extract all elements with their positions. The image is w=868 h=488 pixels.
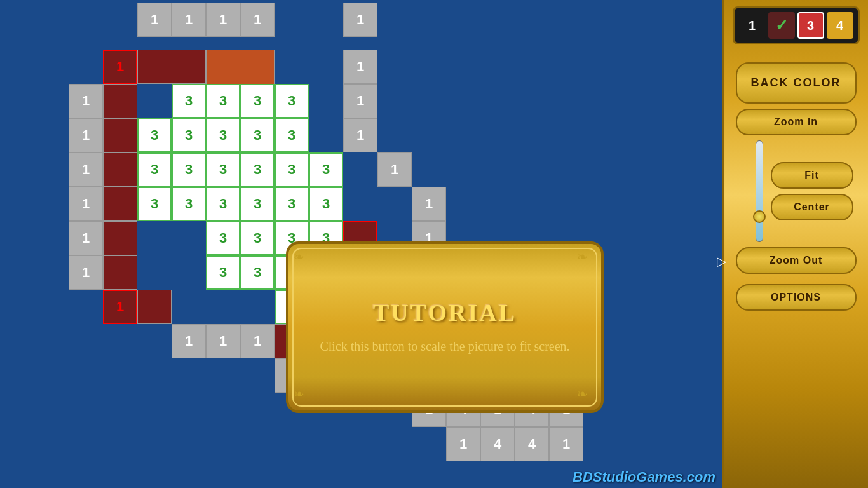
cell-r3-w1[interactable]: 3 xyxy=(137,118,172,152)
cell-r9-3[interactable]: 1 xyxy=(240,324,275,358)
cell-r7-g1[interactable]: 1 xyxy=(69,255,103,290)
cell-r1-1[interactable]: 1 xyxy=(103,50,137,84)
cell-top-5[interactable]: 1 xyxy=(343,3,377,37)
cell-r5-g2[interactable]: 1 xyxy=(412,187,446,221)
cell-r2-w4[interactable]: 3 xyxy=(275,84,309,118)
cell-r3-w3[interactable]: 3 xyxy=(206,118,240,152)
cell-r7-w1[interactable]: 3 xyxy=(206,255,240,290)
fit-button[interactable]: Fit xyxy=(771,162,853,189)
color-option-check[interactable]: ✓ xyxy=(768,12,795,39)
cell-r2-dark1 xyxy=(103,84,137,118)
cell-r4-dark1 xyxy=(103,152,137,187)
cell-r8-dark1 xyxy=(137,290,172,324)
cell-r6-dark1 xyxy=(103,221,137,255)
corner-decoration-tr: ❧ xyxy=(577,249,596,268)
cell-r4-w3[interactable]: 3 xyxy=(206,152,240,187)
cell-r6-w1[interactable]: 3 xyxy=(206,221,240,255)
cell-bot2-1[interactable]: 1 xyxy=(446,427,480,461)
cell-r1-dark1 xyxy=(137,50,206,84)
cell-r2-w2[interactable]: 3 xyxy=(206,84,240,118)
cell-r5-w2[interactable]: 3 xyxy=(172,187,206,221)
cell-top-4[interactable]: 1 xyxy=(240,3,275,37)
cell-r5-w3[interactable]: 3 xyxy=(206,187,240,221)
zoom-in-button[interactable]: Zoom In xyxy=(736,109,857,135)
corner-decoration-bl: ❧ xyxy=(294,386,313,405)
cell-r3-g1[interactable]: 1 xyxy=(69,118,103,152)
cell-r4-g2[interactable]: 1 xyxy=(377,152,412,187)
cell-r7-dark1 xyxy=(103,255,137,290)
cell-r5-w5[interactable]: 3 xyxy=(275,187,309,221)
cell-r1-g1[interactable]: 1 xyxy=(343,50,377,84)
color-option-4[interactable]: 4 xyxy=(827,12,853,39)
sidebar: 1 ✓ 3 4 BACK COLOR Zoom In ▷ Fit Center … xyxy=(722,0,868,488)
cell-r5-g1[interactable]: 1 xyxy=(69,187,103,221)
cell-r4-w1[interactable]: 3 xyxy=(137,152,172,187)
cell-r4-w4[interactable]: 3 xyxy=(240,152,275,187)
cell-r4-w6[interactable]: 3 xyxy=(309,152,343,187)
cell-r2-g1[interactable]: 1 xyxy=(69,84,103,118)
corner-decoration-br: ❧ xyxy=(577,386,596,405)
cell-r5-w6[interactable]: 3 xyxy=(309,187,343,221)
watermark: BDStudioGames.com xyxy=(573,469,715,485)
cell-r4-w2[interactable]: 3 xyxy=(172,152,206,187)
cell-top-3[interactable]: 1 xyxy=(206,3,240,37)
tutorial-popup: ❧ ❧ ❧ ❧ TUTORIAL Click this button to sc… xyxy=(286,241,604,413)
center-button[interactable]: Center xyxy=(771,194,853,220)
back-color-button[interactable]: BACK COLOR xyxy=(736,62,857,104)
cell-r3-dark1 xyxy=(103,118,137,152)
cell-r9-2[interactable]: 1 xyxy=(206,324,240,358)
cell-r6-w2[interactable]: 3 xyxy=(240,221,275,255)
cell-r2-w1[interactable]: 3 xyxy=(172,84,206,118)
corner-decoration-tl: ❧ xyxy=(294,249,313,268)
color-option-1[interactable]: 1 xyxy=(739,12,766,39)
cell-r5-w1[interactable]: 3 xyxy=(137,187,172,221)
cell-r8-red[interactable]: 1 xyxy=(103,290,137,324)
cell-r4-w5[interactable]: 3 xyxy=(275,152,309,187)
zoom-arrow: ▷ xyxy=(717,254,726,269)
cell-top-2[interactable]: 1 xyxy=(172,3,206,37)
cell-r6-g1[interactable]: 1 xyxy=(69,221,103,255)
watermark-suffix: StudioGames.com xyxy=(593,469,715,485)
cell-r3-w2[interactable]: 3 xyxy=(172,118,206,152)
cell-bot2-3[interactable]: 4 xyxy=(515,427,549,461)
cell-bot2-4[interactable]: 1 xyxy=(549,427,583,461)
cell-r7-w2[interactable]: 3 xyxy=(240,255,275,290)
zoom-slider[interactable] xyxy=(756,140,763,242)
cell-top-1[interactable]: 1 xyxy=(137,3,172,37)
tutorial-title: TUTORIAL xyxy=(373,299,517,327)
cell-r2-w3[interactable]: 3 xyxy=(240,84,275,118)
cell-r3-w5[interactable]: 3 xyxy=(275,118,309,152)
watermark-prefix: BD xyxy=(573,469,593,485)
cell-r3-w4[interactable]: 3 xyxy=(240,118,275,152)
options-button[interactable]: OPTIONS xyxy=(736,284,857,311)
color-option-3[interactable]: 3 xyxy=(797,12,824,39)
cell-r5-w4[interactable]: 3 xyxy=(240,187,275,221)
cell-r3-g2[interactable]: 1 xyxy=(343,118,377,152)
cell-bot2-2[interactable]: 4 xyxy=(480,427,515,461)
zoom-out-button[interactable]: Zoom Out xyxy=(736,247,857,274)
cell-r5-dark1 xyxy=(103,187,137,221)
cell-r2-g2[interactable]: 1 xyxy=(343,84,377,118)
cell-r9-1[interactable]: 1 xyxy=(172,324,206,358)
color-selector-bar: 1 ✓ 3 4 xyxy=(733,6,860,44)
cell-r4-g1[interactable]: 1 xyxy=(69,152,103,187)
tutorial-text: Click this button to scale the picture t… xyxy=(320,337,569,356)
